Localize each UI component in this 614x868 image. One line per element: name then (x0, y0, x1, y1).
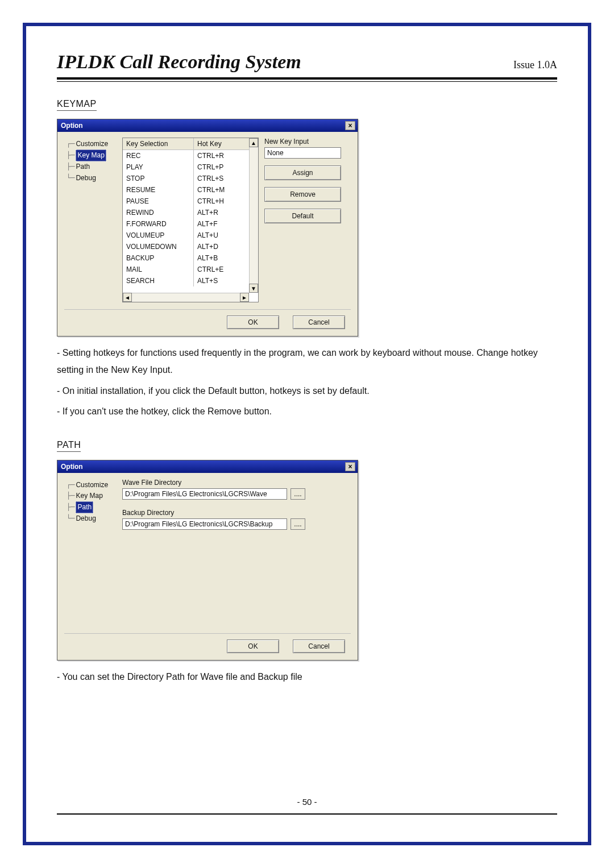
ok-button[interactable]: OK (227, 639, 279, 653)
page-number: - 50 - (57, 797, 557, 807)
dialog-title: Option (61, 122, 83, 130)
backup-dir-input[interactable]: D:\Program Files\LG Electronics\LGCRS\Ba… (122, 518, 287, 530)
scroll-left-icon[interactable]: ◄ (123, 293, 132, 302)
cell-hotkey: CTRL+E (194, 264, 245, 275)
cell-key: SEARCH (123, 275, 194, 286)
table-row[interactable]: VOLUMEUPALT+U (123, 230, 258, 241)
header-rule-1 (57, 77, 557, 80)
tree-item-path[interactable]: Path (76, 501, 93, 513)
cell-hotkey: ALT+D (194, 241, 245, 252)
section-keymap: KEYMAP (57, 99, 97, 111)
remove-button[interactable]: Remove (264, 187, 341, 202)
col-hot-key[interactable]: Hot Key (194, 138, 245, 149)
option-tree[interactable]: ┌─Customize ├─Key Map ├─Path └─Debug (64, 138, 118, 184)
cell-key: REWIND (123, 207, 194, 218)
scroll-right-icon[interactable]: ► (240, 293, 249, 302)
new-key-input-field[interactable]: None (264, 147, 341, 159)
doc-title: IPLDK Call Recording System (57, 51, 301, 73)
cell-key: VOLUMEDOWN (123, 241, 194, 252)
table-row[interactable]: PLAYCTRL+P (123, 161, 258, 173)
header-rule-2 (57, 81, 557, 82)
option-tree-path[interactable]: ┌─Customize ├─Key Map ├─Path └─Debug (64, 479, 118, 525)
path-dialog: Option × ┌─Customize ├─Key Map ├─Path └─… (57, 460, 358, 661)
cell-hotkey: CTRL+P (194, 161, 245, 173)
scroll-htrack[interactable] (132, 293, 240, 302)
path-paragraph-1: - You can set the Directory Path for Wav… (57, 668, 557, 686)
cell-key: F.FORWARD (123, 218, 194, 230)
cell-hotkey: CTRL+S (194, 173, 245, 184)
table-row[interactable]: SEARCHALT+S (123, 275, 258, 286)
section-path: PATH (57, 440, 81, 452)
scroll-down-icon[interactable]: ▼ (249, 284, 258, 293)
tree-item-debug[interactable]: Debug (76, 174, 96, 182)
cell-hotkey: ALT+U (194, 230, 245, 241)
col-key-selection[interactable]: Key Selection (123, 138, 194, 149)
keymap-paragraph-2: - On initial installation, if you click … (57, 383, 557, 400)
scroll-up-icon[interactable]: ▲ (249, 138, 258, 147)
table-row[interactable]: PAUSECTRL+H (123, 196, 258, 207)
table-row[interactable]: RECCTRL+R (123, 150, 258, 161)
cell-key: REC (123, 150, 194, 161)
assign-button[interactable]: Assign (264, 165, 341, 180)
cell-hotkey: ALT+F (194, 218, 245, 230)
table-row[interactable]: BACKUPALT+B (123, 252, 258, 264)
table-row[interactable]: VOLUMEDOWNALT+D (123, 241, 258, 252)
wave-dir-input[interactable]: D:\Program Files\LG Electronics\LGCRS\Wa… (122, 488, 287, 500)
table-row[interactable]: MAILCTRL+E (123, 264, 258, 275)
backup-dir-label: Backup Directory (122, 509, 351, 517)
close-icon[interactable]: × (345, 121, 355, 130)
backup-browse-button[interactable]: .... (291, 518, 305, 530)
cell-key: STOP (123, 173, 194, 184)
cell-hotkey: CTRL+R (194, 150, 245, 161)
new-key-input-label: New Key Input (264, 138, 341, 146)
tree-item-path[interactable]: Path (76, 163, 90, 171)
close-icon[interactable]: × (345, 462, 355, 471)
doc-issue: Issue 1.0A (513, 59, 557, 71)
tree-item-debug[interactable]: Debug (76, 514, 96, 522)
cell-key: BACKUP (123, 252, 194, 264)
scroll-vtrack[interactable] (249, 147, 258, 284)
keymap-dialog: Option × ┌─Customize ├─Key Map ├─Path └─… (57, 119, 358, 337)
tree-item-keymap[interactable]: Key Map (76, 149, 106, 161)
cell-key: VOLUMEUP (123, 230, 194, 241)
wave-browse-button[interactable]: .... (291, 488, 305, 500)
tree-item-keymap[interactable]: Key Map (76, 492, 102, 500)
keymap-paragraph-1: - Setting hotkeys for functions used fre… (57, 344, 557, 379)
table-row[interactable]: RESUMECTRL+M (123, 184, 258, 196)
cell-hotkey: ALT+B (194, 252, 245, 264)
table-row[interactable]: F.FORWARDALT+F (123, 218, 258, 230)
cell-hotkey: ALT+S (194, 275, 245, 286)
cancel-button[interactable]: Cancel (293, 315, 345, 329)
keymap-listview[interactable]: Key Selection Hot Key RECCTRL+RPLAYCTRL+… (122, 138, 259, 302)
cell-hotkey: CTRL+M (194, 184, 245, 196)
default-button[interactable]: Default (264, 209, 341, 223)
cancel-button[interactable]: Cancel (293, 639, 345, 653)
tree-item-customize[interactable]: Customize (76, 140, 108, 148)
table-row[interactable]: REWINDALT+R (123, 207, 258, 218)
ok-button[interactable]: OK (227, 315, 279, 329)
table-row[interactable]: STOPCTRL+S (123, 173, 258, 184)
dialog-title-path: Option (61, 463, 83, 471)
tree-item-customize[interactable]: Customize (76, 481, 108, 489)
cell-hotkey: ALT+R (194, 207, 245, 218)
cell-key: PLAY (123, 161, 194, 173)
keymap-paragraph-3: - If you can't use the hotkey, click the… (57, 403, 557, 420)
cell-hotkey: CTRL+H (194, 196, 245, 207)
wave-dir-label: Wave File Directory (122, 479, 351, 487)
cell-key: MAIL (123, 264, 194, 275)
cell-key: PAUSE (123, 196, 194, 207)
footer-rule (57, 813, 557, 815)
cell-key: RESUME (123, 184, 194, 196)
